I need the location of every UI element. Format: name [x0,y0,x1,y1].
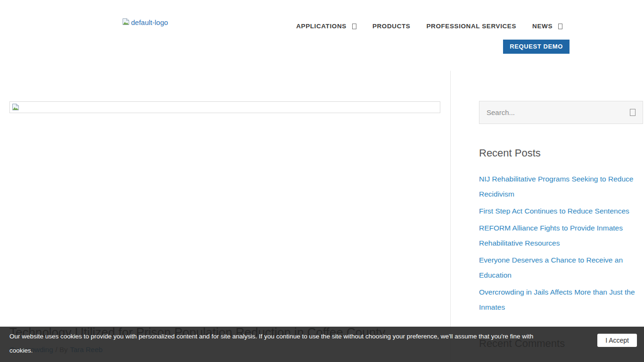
cookie-message: Our website uses cookies to provide you … [0,327,556,358]
nav-item-label: PRODUCTS [372,23,411,30]
search-form [479,101,643,124]
logo-alt-text: default-logo [131,18,168,26]
search-input[interactable] [479,101,643,124]
featured-image-placeholder [9,101,440,113]
accept-cookies-button[interactable]: I Accept [597,334,637,347]
nav-item-label: NEWS [532,23,553,30]
recent-posts-heading: Recent Posts [479,147,541,159]
request-demo-button[interactable]: REQUEST DEMO [503,40,570,54]
cookie-consent-banner: Our website uses cookies to provide you … [0,327,644,362]
recent-post-link[interactable]: Everyone Deserves a Chance to Receive an… [479,256,623,279]
list-item: NIJ Rehabilitative Programs Seeking to R… [479,172,644,202]
nav-item-news[interactable]: NEWS [532,23,562,30]
search-icon [630,109,636,116]
list-item: Everyone Deserves a Chance to Receive an… [479,253,644,283]
dropdown-indicator-icon [352,24,356,29]
recent-post-link[interactable]: NIJ Rehabilitative Programs Seeking to R… [479,175,633,198]
nav-item-products[interactable]: PRODUCTS [372,23,411,30]
content-sidebar-divider [450,71,451,362]
search-submit-button[interactable] [630,109,636,117]
main-nav: APPLICATIONS PRODUCTS PROFESSIONAL SERVI… [296,23,562,30]
nav-item-professional-services[interactable]: PROFESSIONAL SERVICES [426,23,516,30]
dropdown-indicator-icon [558,24,562,29]
recent-post-link[interactable]: Overcrowding in Jails Affects More than … [479,288,635,311]
list-item: First Step Act Continues to Reduce Sente… [479,204,644,219]
recent-post-link[interactable]: REFORM Alliance Fights to Provide Inmate… [479,224,623,247]
nav-item-label: PROFESSIONAL SERVICES [426,23,516,30]
site-logo-link[interactable]: default-logo [122,18,168,27]
list-item: Overcrowding in Jails Affects More than … [479,285,644,315]
broken-image-icon [12,103,19,113]
site-header: default-logo APPLICATIONS PRODUCTS PROFE… [0,0,644,71]
nav-item-label: APPLICATIONS [296,23,347,30]
nav-item-applications[interactable]: APPLICATIONS [296,23,356,30]
recent-post-link[interactable]: First Step Act Continues to Reduce Sente… [479,207,629,215]
recent-posts-list: NIJ Rehabilitative Programs Seeking to R… [479,172,644,317]
broken-image-icon [122,18,130,27]
list-item: REFORM Alliance Fights to Provide Inmate… [479,221,644,251]
